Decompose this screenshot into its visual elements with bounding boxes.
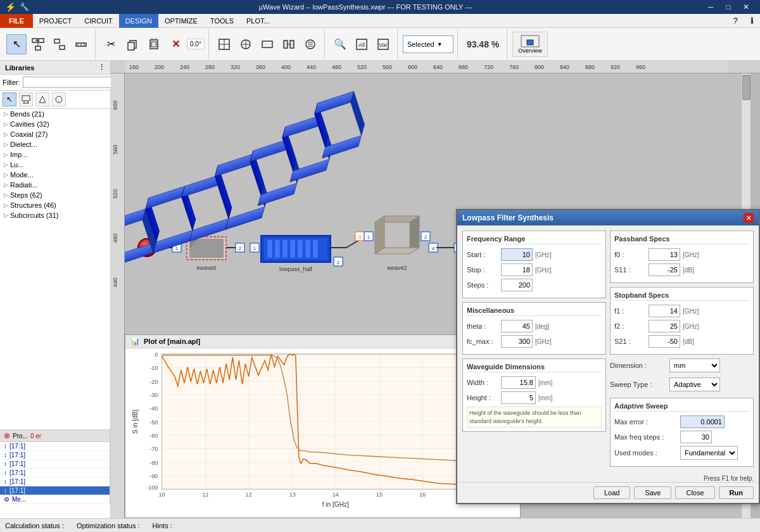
titlebar-controls: ─ □ ✕	[702, 0, 755, 14]
selected-dropdown[interactable]: Selected ▼	[403, 35, 453, 53]
menu-project[interactable]: PROJECT	[33, 14, 78, 28]
stop-input[interactable]	[501, 263, 533, 276]
steps-input[interactable]	[501, 279, 533, 291]
svg-rect-6	[60, 46, 65, 49]
filter-input[interactable]	[23, 77, 114, 88]
network-tool-button[interactable]	[28, 34, 48, 54]
f0-input[interactable]	[649, 248, 680, 261]
svg-text:S in [dB]: S in [dB]	[132, 409, 139, 434]
minimize-button[interactable]: ─	[702, 0, 719, 14]
menu-design[interactable]: DESIGN	[119, 14, 158, 28]
menu-info[interactable]: ℹ	[744, 14, 760, 28]
lib-item-coaxial[interactable]: ▷ Coaxial (27)	[0, 129, 110, 139]
f0-label: f0 :	[614, 251, 646, 258]
max-freq-steps-label: Max freq steps :	[614, 433, 678, 441]
lib-item-structures[interactable]: ▷ Structures (46)	[0, 200, 110, 210]
menu-plot[interactable]: PLOT...	[240, 14, 276, 28]
lib-item-subcircuits[interactable]: ▷ Subcircuits (31)	[0, 210, 110, 220]
load-button[interactable]: Load	[593, 486, 630, 499]
lib-item-imp[interactable]: ▷ Imp...	[0, 149, 110, 160]
close-button[interactable]: ✕	[737, 0, 755, 14]
draw-tool1[interactable]	[214, 34, 234, 54]
s11-input[interactable]	[649, 263, 680, 276]
collapse-icon[interactable]: ⋮	[98, 63, 105, 72]
theta-input[interactable]	[501, 320, 533, 332]
svg-text:920: 920	[611, 64, 620, 70]
svg-text:320: 320	[231, 64, 240, 70]
zoom-var-button[interactable]: Var	[373, 34, 393, 54]
lib-item-radiati[interactable]: ▷ Radiati...	[0, 180, 110, 190]
unknown-tool2[interactable]	[71, 34, 91, 54]
lib-item-mode[interactable]: ▷ Mode...	[0, 170, 110, 180]
draw-tool2[interactable]	[236, 34, 256, 54]
draw-tool3[interactable]	[257, 34, 277, 54]
svg-point-42	[56, 96, 62, 103]
lib-item-bends[interactable]: ▷ Bends (21)	[0, 109, 110, 119]
f1-input[interactable]	[649, 305, 680, 317]
props-row-7[interactable]: ⚙Me...	[0, 495, 110, 504]
adaptive-sweep-title: Adaptive Sweep	[614, 402, 749, 412]
props-row-4[interactable]: ↕[17:1]	[0, 469, 110, 478]
toolbar-more-section: 🔍 All Var	[326, 29, 398, 59]
calc-status: Calculation status :	[5, 522, 64, 529]
pointer-tool-button[interactable]: ↖	[6, 34, 27, 54]
lib-item-cavities[interactable]: ▷ Cavities (32)	[0, 119, 110, 129]
lp-dialog-close-button[interactable]: ✕	[744, 213, 754, 223]
max-freq-steps-input[interactable]	[680, 431, 712, 443]
f1-help-text: Press F1 for help.	[457, 472, 759, 482]
delete-button[interactable]: ✕	[165, 34, 186, 54]
lib-icon-2[interactable]	[19, 92, 33, 106]
lib-icon-4[interactable]	[52, 92, 66, 106]
props-row-2[interactable]: ↕[17:1]	[0, 451, 110, 460]
menu-help[interactable]: ?	[727, 14, 744, 28]
close-dialog-button[interactable]: Close	[675, 486, 714, 499]
theta-unit: [deg]	[535, 323, 554, 330]
draw-tool5[interactable]	[300, 34, 320, 54]
scrollbar-thumb[interactable]	[742, 75, 750, 100]
lib-icon-row: ↖	[0, 91, 110, 109]
run-button[interactable]: Run	[719, 486, 754, 499]
overview-button[interactable]: Overview	[512, 32, 548, 57]
sweep-type-select[interactable]: Adaptive Linear Log	[669, 377, 720, 391]
lib-item-steps[interactable]: ▷ Steps (62)	[0, 190, 110, 200]
unknown-tool1[interactable]	[49, 34, 70, 54]
adaptive-sweep-section: Adaptive Sweep Max error : Max freq step…	[610, 398, 754, 467]
cut-button[interactable]: ✂	[101, 34, 121, 54]
used-modes-select[interactable]: Fundamental All	[680, 446, 738, 460]
copy-button[interactable]	[122, 34, 142, 54]
rotation-display: 0.0°	[187, 39, 205, 49]
save-button[interactable]: Save	[634, 486, 671, 499]
max-error-input[interactable]	[680, 415, 725, 428]
menu-tools[interactable]: TOOLS	[204, 14, 240, 28]
paste-button[interactable]	[144, 34, 164, 54]
start-input[interactable]	[501, 248, 533, 261]
canvas-area[interactable]: 160 200 240 280 320 360 400 440 480 520 …	[111, 61, 760, 518]
svg-text:520: 520	[357, 64, 367, 70]
props-row-5[interactable]: ↕[17:1]	[0, 478, 110, 486]
fcmax-input[interactable]	[501, 335, 533, 348]
lib-filter-row: Filter:	[0, 75, 110, 91]
s21-input[interactable]	[649, 335, 680, 348]
dimension-select[interactable]: mm cm m mil inch	[669, 358, 720, 372]
props-row-1[interactable]: ↕[17:1]	[0, 442, 110, 451]
f2-input[interactable]	[649, 320, 680, 332]
svg-text:2: 2	[424, 234, 428, 240]
menu-circuit[interactable]: CIRCUIT	[78, 14, 119, 28]
menu-file[interactable]: FILE	[0, 14, 33, 28]
svg-text:2: 2	[337, 260, 340, 265]
svg-rect-25	[284, 41, 288, 48]
lib-icon-3[interactable]	[35, 92, 49, 106]
lib-icon-1[interactable]: ↖	[3, 92, 16, 106]
props-row-3[interactable]: ↕[17:1]	[0, 460, 110, 469]
svg-text:-100: -100	[146, 484, 158, 491]
zoom-all-button[interactable]: All	[352, 34, 372, 54]
lib-item-lu[interactable]: ▷ Lu...	[0, 160, 110, 170]
height-input[interactable]	[501, 391, 536, 404]
width-input[interactable]	[501, 376, 536, 389]
zoom-in-button[interactable]: 🔍	[330, 34, 350, 54]
draw-tool4[interactable]	[279, 34, 299, 54]
maximize-button[interactable]: □	[719, 0, 737, 14]
props-row-6[interactable]: ↕[17:1]	[0, 486, 110, 495]
lib-item-dielect[interactable]: ▷ Dielect...	[0, 139, 110, 149]
menu-optimize[interactable]: OPTIMIZE	[158, 14, 204, 28]
